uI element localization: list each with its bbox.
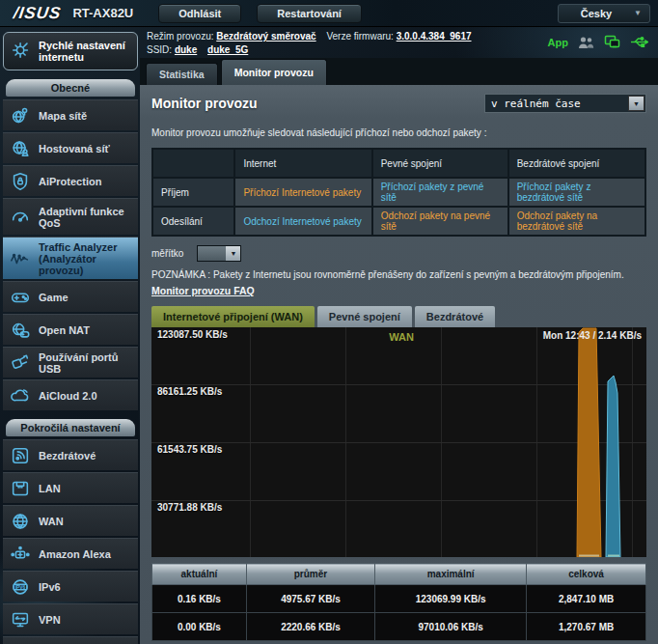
sidebar-item-open-nat[interactable]: Open NAT	[3, 314, 138, 345]
traffic-monitor-panel: Monitor provozu v reálném čase ▼ Monitor…	[140, 85, 658, 644]
sidebar-item-wan[interactable]: WAN	[3, 505, 138, 536]
stats-header-total: celková	[527, 564, 646, 585]
sidebar-item-game[interactable]: Game	[3, 281, 138, 312]
lan-port-icon	[9, 478, 32, 499]
packet-type-table: Internet Pevné spojení Bezdrátové spojen…	[151, 148, 646, 237]
sidebar-item-traffic-analyzer[interactable]: Traffic Analyzer (Analyzátor provozu)	[3, 237, 138, 279]
gamepad-icon	[9, 287, 32, 308]
ssid-link-24g[interactable]: duke	[175, 44, 197, 55]
chevron-down-icon: ▼	[628, 96, 644, 111]
firmware-link[interactable]: 3.0.0.4.384_9617	[397, 31, 472, 42]
header-status-icons: App	[548, 35, 648, 49]
ssid-link-5g[interactable]: duke_5G	[207, 44, 248, 55]
stat-average-tx: 2220.66 KB/s	[246, 613, 374, 641]
top-bar: /ISUS RT-AX82U Odhlásit Restartování Čes…	[0, 0, 658, 27]
faq-link[interactable]: Monitor provozu FAQ	[151, 285, 255, 296]
cell-rx-wired: Příchozí pakety z pevné sítě	[372, 178, 508, 207]
system-info: Režim provozu: Bezdrátový směrovač Verze…	[147, 30, 472, 57]
scale-label: měřítko	[151, 248, 183, 259]
col-header-wireless: Bezdrátové spojení	[508, 149, 645, 178]
stat-total-tx: 1,270.67 MB	[527, 613, 646, 641]
sidebar-item-label: Používání portů USB	[39, 351, 136, 375]
corner-cell	[152, 149, 234, 178]
chevron-down-icon: ▼	[634, 9, 649, 17]
sidebar-item-label: Open NAT	[39, 324, 90, 336]
reboot-button[interactable]: Restartování	[257, 4, 362, 23]
clients-icon[interactable]	[578, 36, 594, 49]
devices-icon[interactable]	[604, 35, 620, 49]
quick-setup-label: Rychlé nastavení internetu	[39, 40, 137, 63]
content-tab-bar: Statistika Monitor provozu	[140, 58, 658, 85]
section-general: Obecné	[6, 79, 135, 97]
stat-total-rx: 2,847.10 MB	[527, 585, 646, 613]
traffic-bars	[151, 327, 646, 557]
transmission-bar	[606, 376, 620, 557]
sidebar-item-label: WAN	[39, 516, 64, 527]
ssid-label: SSID:	[147, 44, 172, 55]
sidebar-item-alexa[interactable]: Amazon Alexa	[3, 538, 138, 569]
section-advanced: Pokročilá nastavení	[6, 419, 135, 436]
quick-internet-setup-button[interactable]: Rychlé nastavení internetu	[3, 32, 138, 70]
sidebar: Rychlé nastavení internetu Obecné Mapa s…	[3, 32, 138, 644]
scale-select[interactable]: ▼	[197, 245, 241, 262]
stats-row-reception: 0.16 KB/s 4975.67 KB/s 123069.99 KB/s 2,…	[152, 585, 646, 613]
usb-status-icon[interactable]	[630, 36, 648, 48]
stat-average-rx: 4975.67 KB/s	[246, 585, 374, 613]
chart-series-title: WAN	[389, 331, 414, 343]
sidebar-item-label: VPN	[39, 614, 61, 626]
sidebar-item-firewall[interactable]: Firewall	[3, 636, 138, 644]
chart-tab-wired[interactable]: Pevné spojení	[317, 306, 412, 327]
row-label-reception: Příjem	[152, 178, 234, 207]
sidebar-item-lan[interactable]: LAN	[3, 472, 138, 503]
chevron-down-icon: ▼	[226, 246, 240, 261]
waveform-icon	[9, 248, 32, 269]
svg-text:IPV6: IPV6	[15, 584, 26, 589]
vpn-monitor-icon	[9, 609, 32, 630]
sidebar-item-vpn[interactable]: VPN	[3, 603, 138, 634]
col-header-internet: Internet	[234, 149, 371, 178]
description-text: Monitor provozu umožňuje sledovat násled…	[151, 127, 646, 138]
logout-button[interactable]: Odhlásit	[158, 4, 241, 23]
sidebar-item-aiprotection[interactable]: AiProtection	[3, 165, 138, 196]
stats-table: aktuální průměr maximální celková 0.16 K…	[151, 563, 646, 641]
scale-select-value	[198, 246, 226, 261]
globe-icon	[9, 511, 32, 532]
shield-icon	[9, 171, 32, 192]
sidebar-item-guest-network[interactable]: Hostovaná síť	[3, 132, 138, 163]
table-row: Příjem Příchozí Internetové pakety Přích…	[152, 178, 645, 207]
network-map-icon	[9, 105, 32, 126]
col-header-wired: Pevné spojení	[372, 149, 508, 178]
cloud-icon	[9, 385, 32, 406]
chart-tab-wireless[interactable]: Bezdrátové	[415, 306, 495, 327]
cell-tx-internet: Odchozí Internetové pakety	[234, 207, 371, 236]
chart-tab-wan[interactable]: Internetové připojení (WAN)	[151, 306, 315, 327]
sidebar-item-wireless[interactable]: Bezdrátové	[3, 439, 138, 470]
period-value: v reálném čase	[485, 98, 628, 110]
sidebar-item-ipv6[interactable]: IPV6 IPv6	[3, 571, 138, 602]
mode-link[interactable]: Bezdrátový směrovač	[216, 31, 315, 42]
gear-wrench-icon	[11, 40, 32, 63]
cell-rx-wireless: Příchozí pakety z bezdrátové sítě	[508, 178, 645, 207]
sidebar-item-aicloud[interactable]: AiCloud 2.0	[3, 379, 138, 410]
ipv6-icon: IPV6	[9, 576, 32, 598]
sidebar-item-qos[interactable]: Adaptivní funkce QoS	[3, 198, 138, 235]
guest-network-icon	[9, 138, 32, 159]
cell-tx-wireless: Odchozí pakety na bezdrátové sítě	[508, 207, 645, 236]
sidebar-item-label: IPv6	[39, 581, 61, 593]
stat-maximum-tx: 97010.06 KB/s	[375, 613, 527, 641]
sidebar-item-usb[interactable]: Používání portů USB	[3, 347, 138, 378]
traffic-chart: 123087.50 KB/s 86161.25 KB/s 61543.75 KB…	[151, 327, 646, 557]
mode-label: Režim provozu:	[147, 31, 213, 42]
tab-statistika[interactable]: Statistika	[146, 63, 218, 85]
sidebar-item-label: AiCloud 2.0	[39, 390, 97, 402]
period-select[interactable]: v reálném čase ▼	[484, 94, 646, 113]
sidebar-item-network-map[interactable]: Mapa sítě	[3, 99, 138, 130]
chart-cursor-readout: Mon 12:43 / 2.14 KB/s	[543, 330, 642, 341]
usb-icon	[9, 352, 32, 374]
language-select[interactable]: Česky ▼	[558, 4, 650, 23]
cell-rx-internet: Příchozí Internetové pakety	[234, 178, 371, 207]
stat-current-tx: 0.00 KB/s	[152, 613, 247, 641]
row-label-transmission: Odesílání	[152, 207, 234, 236]
app-link[interactable]: App	[548, 37, 568, 48]
tab-monitor-provozu[interactable]: Monitor provozu	[221, 59, 327, 85]
